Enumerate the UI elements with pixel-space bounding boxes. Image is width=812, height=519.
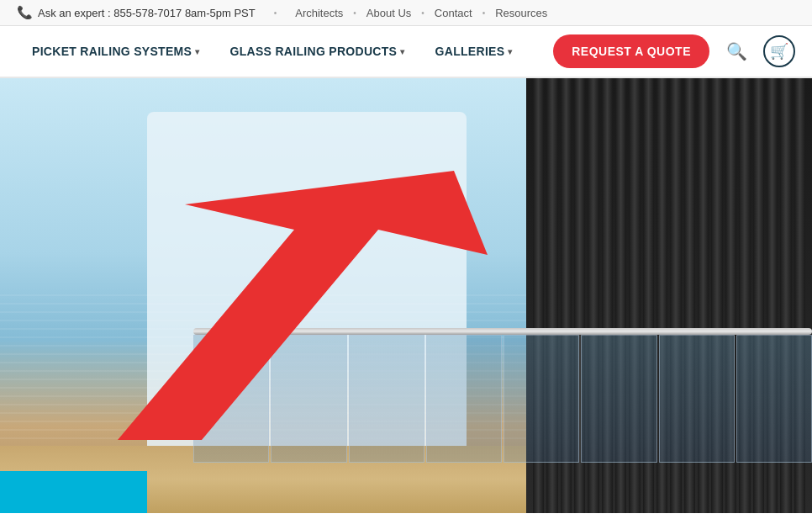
- nav-items: PICKET RAILING SYSTEMS ▾ GLASS RAILING P…: [17, 25, 553, 77]
- search-icon: 🔍: [726, 41, 747, 61]
- chevron-down-icon-3: ▾: [508, 47, 512, 56]
- glass-panel: [736, 335, 812, 463]
- glass-railing: [193, 328, 812, 463]
- separator-1: •: [274, 8, 277, 18]
- contact-info: 📞 Ask an expert : 855-578-7017 8am-5pm P…: [17, 5, 256, 20]
- nav-icon-group: 🔍 🛒: [721, 35, 795, 67]
- top-nav-contact[interactable]: Contact: [435, 7, 472, 19]
- main-nav: PICKET RAILING SYSTEMS ▾ GLASS RAILING P…: [0, 26, 812, 78]
- nav-glass-railing[interactable]: GLASS RAILING PRODUCTS ▾: [215, 25, 420, 77]
- cart-button[interactable]: 🛒: [763, 35, 795, 67]
- top-nav-links: Architects • About Us • Contact • Resour…: [295, 7, 547, 19]
- railing-top-bar: [193, 328, 812, 335]
- nav-glass-label: GLASS RAILING PRODUCTS: [230, 45, 398, 58]
- top-nav-architects[interactable]: Architects: [295, 7, 343, 19]
- separator-3: •: [421, 8, 424, 18]
- nav-galleries-label: GALLERIES: [435, 45, 505, 58]
- glass-panels: [193, 335, 812, 463]
- glass-panel: [193, 335, 269, 463]
- search-button[interactable]: 🔍: [721, 36, 751, 66]
- cart-icon: 🛒: [770, 42, 788, 61]
- phone-text: Ask an expert : 855-578-7017 8am-5pm PST: [38, 7, 256, 19]
- request-quote-button[interactable]: REQUEST A QUOTE: [553, 34, 709, 68]
- chevron-down-icon: ▾: [195, 47, 199, 56]
- glass-panel: [271, 335, 346, 463]
- hero-section: [0, 78, 812, 513]
- separator-2: •: [353, 8, 356, 18]
- glass-panel: [349, 335, 424, 463]
- chevron-down-icon-2: ▾: [400, 47, 404, 56]
- separator-4: •: [482, 8, 486, 18]
- nav-galleries[interactable]: GALLERIES ▾: [420, 25, 528, 77]
- top-nav-resources[interactable]: Resources: [495, 7, 547, 19]
- phone-icon: 📞: [17, 5, 33, 20]
- nav-picket-label: PICKET RAILING SYSTEMS: [32, 45, 192, 58]
- glass-panel: [426, 335, 502, 463]
- cyan-accent-bar: [0, 471, 147, 513]
- top-bar: 📞 Ask an expert : 855-578-7017 8am-5pm P…: [0, 0, 812, 26]
- nav-picket-railing[interactable]: PICKET RAILING SYSTEMS ▾: [17, 25, 215, 77]
- glass-panel: [581, 335, 656, 463]
- glass-panel: [659, 335, 735, 463]
- glass-panel: [504, 335, 579, 463]
- top-nav-about[interactable]: About Us: [366, 7, 411, 19]
